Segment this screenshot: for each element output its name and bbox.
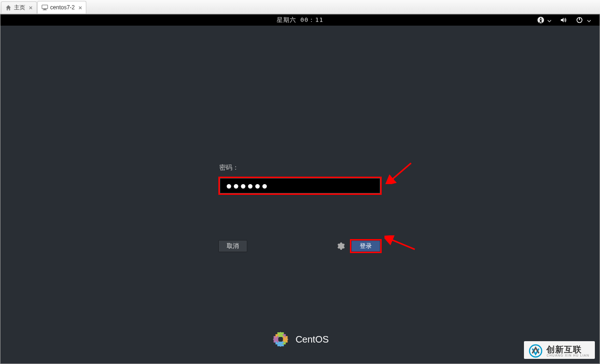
volume-icon[interactable] bbox=[560, 16, 567, 24]
datetime-label[interactable]: 星期六 00：11 bbox=[277, 16, 323, 24]
svg-rect-2 bbox=[42, 10, 47, 10]
desktop-screen: 星期六 00：11 密码： bbox=[0, 14, 600, 364]
svg-line-7 bbox=[391, 163, 411, 180]
centos-brand: CentOS bbox=[271, 330, 328, 349]
close-icon[interactable]: × bbox=[29, 4, 33, 11]
tab-bar: 主页 × centos7-2 × bbox=[0, 0, 600, 14]
chevron-down-icon bbox=[547, 17, 551, 24]
annotation-highlight-password bbox=[218, 177, 382, 195]
annotation-arrow bbox=[385, 161, 413, 184]
password-label: 密码： bbox=[219, 164, 382, 172]
chevron-down-icon bbox=[587, 17, 591, 24]
svg-line-8 bbox=[390, 239, 415, 249]
svg-rect-0 bbox=[42, 5, 47, 9]
svg-point-4 bbox=[540, 18, 542, 19]
watermark-main: 创新互联 bbox=[546, 345, 589, 354]
monitor-icon bbox=[42, 4, 48, 11]
watermark: 创新互联 CHUANG XIN HU LIAN bbox=[524, 341, 595, 359]
watermark-logo-icon bbox=[529, 344, 543, 358]
password-input[interactable] bbox=[220, 178, 380, 193]
centos-logo-icon bbox=[271, 330, 290, 349]
cancel-button[interactable]: 取消 bbox=[218, 240, 247, 252]
tab-label: centos7-2 bbox=[50, 4, 75, 11]
accessibility-menu[interactable] bbox=[537, 16, 551, 24]
tab-vm-centos7-2[interactable]: centos7-2 × bbox=[37, 1, 86, 14]
system-tray bbox=[537, 16, 591, 24]
close-icon[interactable]: × bbox=[78, 4, 82, 11]
session-options-button[interactable] bbox=[336, 241, 345, 251]
power-icon[interactable] bbox=[576, 16, 583, 24]
gear-icon bbox=[336, 242, 345, 250]
gnome-top-bar: 星期六 00：11 bbox=[0, 14, 600, 26]
annotation-highlight-login: 登录 bbox=[350, 239, 382, 253]
tab-home[interactable]: 主页 × bbox=[1, 1, 37, 14]
login-button[interactable]: 登录 bbox=[351, 240, 380, 252]
login-form: 密码： 取消 登录 bbox=[218, 164, 382, 253]
login-button-row: 取消 登录 bbox=[218, 239, 382, 253]
home-icon bbox=[5, 5, 12, 11]
annotation-arrow bbox=[384, 235, 417, 252]
centos-text: CentOS bbox=[295, 334, 328, 345]
tab-label: 主页 bbox=[14, 4, 25, 12]
accessibility-icon bbox=[537, 16, 544, 24]
svg-rect-1 bbox=[43, 9, 46, 10]
watermark-sub: CHUANG XIN HU LIAN bbox=[546, 354, 589, 357]
